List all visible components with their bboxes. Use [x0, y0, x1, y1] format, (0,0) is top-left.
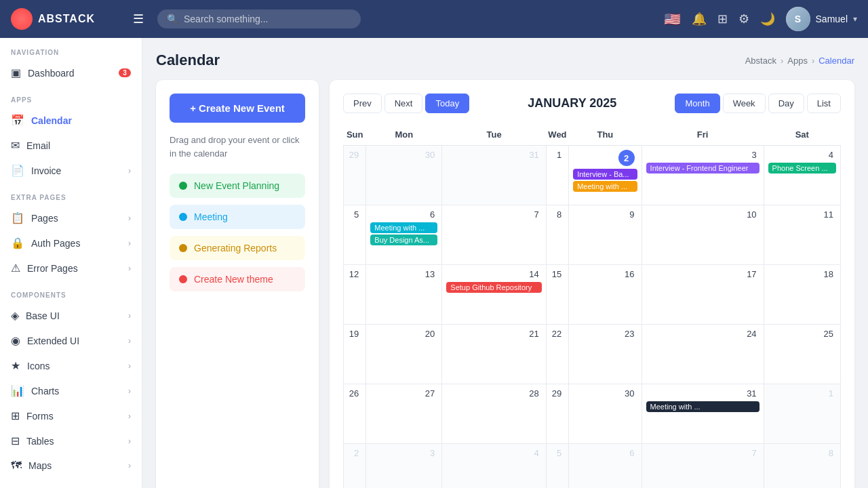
sidebar-item-extui[interactable]: ◉ Extended UI ›	[0, 328, 142, 353]
notification-icon[interactable]: 🔔	[692, 12, 707, 26]
calendar-cell[interactable]: 27	[366, 384, 442, 444]
calendar-cell[interactable]: 10	[642, 205, 764, 265]
calendar-cell[interactable]: 8	[546, 205, 568, 265]
create-event-button[interactable]: + Create New Event	[170, 94, 305, 123]
dark-mode-icon[interactable]: 🌙	[760, 12, 775, 26]
event-item-reports[interactable]: Generating Reports	[170, 236, 305, 260]
calendar-event[interactable]: Meeting with ...	[573, 181, 637, 192]
breadcrumb-item-abstack[interactable]: Abstack	[745, 56, 776, 66]
day-number: 1	[551, 148, 564, 163]
calendar-cell[interactable]: 6	[569, 444, 642, 489]
calendar-cell[interactable]: 1	[764, 384, 840, 444]
view-list-button[interactable]: List	[807, 94, 841, 113]
sidebar-item-calendar[interactable]: 📅 Calendar	[0, 108, 142, 133]
grid-icon[interactable]: ⊞	[717, 12, 728, 26]
calendar-cell[interactable]: 8	[764, 444, 840, 489]
calendar-cell[interactable]: 30	[569, 384, 642, 444]
calendar-cell[interactable]: 2Interview - Ba...Meeting with ...	[569, 146, 642, 205]
calendar-cell[interactable]: 12	[344, 265, 366, 325]
event-dot	[179, 244, 187, 252]
day-number: 17	[646, 268, 760, 282]
calendar-cell[interactable]: 9	[569, 205, 642, 265]
today-button[interactable]: Today	[425, 94, 469, 113]
search-input[interactable]	[184, 14, 351, 24]
calendar-cell[interactable]: 19	[344, 325, 366, 384]
search-bar[interactable]: 🔍	[157, 9, 361, 28]
sidebar-item-label: Invoice	[31, 165, 121, 176]
logo[interactable]: ABSTACK	[11, 8, 119, 30]
calendar-cell[interactable]: 30	[366, 146, 442, 205]
sidebar-item-dashboard[interactable]: ▣ Dashboard 3	[0, 60, 142, 85]
sidebar-item-icons[interactable]: ★ Icons ›	[0, 353, 142, 378]
calendar-cell[interactable]: 13	[366, 265, 442, 325]
day-number: 31	[646, 387, 760, 401]
calendar-cell[interactable]: 20	[366, 325, 442, 384]
calendar-cell[interactable]: 15	[546, 265, 568, 325]
calendar-cell[interactable]: 16	[569, 265, 642, 325]
event-dot	[179, 213, 187, 221]
calendar-cell[interactable]: 5	[344, 205, 366, 265]
calendar-cell[interactable]: 5	[546, 444, 568, 489]
sidebar-item-charts[interactable]: 📊 Charts ›	[0, 378, 142, 403]
calendar-cell[interactable]: 7	[642, 444, 764, 489]
calendar-cell[interactable]: 28	[442, 384, 546, 444]
sidebar-item-tables[interactable]: ⊟ Tables ›	[0, 428, 142, 453]
calendar-cell[interactable]: 2	[344, 444, 366, 489]
view-month-button[interactable]: Month	[675, 94, 719, 113]
sidebar-item-forms[interactable]: ⊞ Forms ›	[0, 403, 142, 428]
sidebar-item-invoice[interactable]: 📄 Invoice ›	[0, 158, 142, 183]
event-item-theme[interactable]: Create New theme	[170, 267, 305, 291]
calendar-event[interactable]: Interview - Frontend Engineer	[646, 163, 760, 174]
settings-icon[interactable]: ⚙	[738, 12, 749, 26]
calendar-cell[interactable]: 3	[366, 444, 442, 489]
day-number: 13	[370, 268, 437, 282]
calendar-cell[interactable]: 22	[546, 325, 568, 384]
calendar-cell[interactable]: 6Meeting with ...Buy Design As...	[366, 205, 442, 265]
calendar-cell[interactable]: 18	[764, 265, 840, 325]
day-number: 7	[646, 447, 760, 461]
calendar-cell[interactable]: 25	[764, 325, 840, 384]
sidebar-item-auth[interactable]: 🔒 Auth Pages ›	[0, 230, 142, 256]
calendar-cell[interactable]: 11	[764, 205, 840, 265]
user-profile[interactable]: S Samuel ▾	[786, 7, 857, 31]
view-week-button[interactable]: Week	[723, 94, 766, 113]
calendar-event[interactable]: Setup Github Repository	[446, 282, 541, 293]
calendar-cell[interactable]: 7	[442, 205, 546, 265]
calendar-event[interactable]: Meeting with ...	[370, 222, 437, 233]
breadcrumb-item-apps[interactable]: Apps	[787, 56, 808, 66]
calendar-cell[interactable]: 4	[442, 444, 546, 489]
flag-icon[interactable]: 🇺🇸	[664, 11, 681, 27]
chevron-right-icon: ›	[128, 386, 131, 396]
day-number: 29	[551, 387, 564, 401]
sidebar-item-email[interactable]: ✉ Email	[0, 133, 142, 158]
calendar-cell[interactable]: 1	[546, 146, 568, 205]
calendar-event[interactable]: Interview - Ba...	[573, 169, 637, 180]
calendar-event[interactable]: Meeting with ...	[646, 401, 760, 412]
calendar-cell[interactable]: 31Meeting with ...	[642, 384, 764, 444]
calendar-cell[interactable]: 23	[569, 325, 642, 384]
event-item-planning[interactable]: New Event Planning	[170, 174, 305, 198]
calendar-cell[interactable]: 3Interview - Frontend Engineer	[642, 146, 764, 205]
sidebar-item-maps[interactable]: 🗺 Maps ›	[0, 453, 142, 478]
sidebar-item-error[interactable]: ⚠ Error Pages ›	[0, 256, 142, 281]
calendar-cell[interactable]: 31	[442, 146, 546, 205]
sidebar-item-pages[interactable]: 📋 Pages ›	[0, 205, 142, 230]
view-day-button[interactable]: Day	[768, 94, 804, 113]
calendar-event[interactable]: Buy Design As...	[370, 235, 437, 245]
prev-button[interactable]: Prev	[343, 94, 382, 113]
calendar-cell[interactable]: 24	[642, 325, 764, 384]
event-item-meeting[interactable]: Meeting	[170, 205, 305, 229]
calendar-cell[interactable]: 29	[546, 384, 568, 444]
calendar-cell[interactable]: 14Setup Github Repository	[442, 265, 546, 325]
next-button[interactable]: Next	[384, 94, 423, 113]
calendar-event[interactable]: Phone Screen ...	[768, 163, 836, 174]
calendar-cell[interactable]: 21	[442, 325, 546, 384]
sidebar-item-label: Error Pages	[27, 263, 121, 274]
calendar-cell[interactable]: 4Phone Screen ...	[764, 146, 840, 205]
hamburger-menu-icon[interactable]: ☰	[130, 9, 146, 29]
invoice-icon: 📄	[11, 164, 24, 177]
calendar-cell[interactable]: 17	[642, 265, 764, 325]
calendar-cell[interactable]: 29	[344, 146, 366, 205]
sidebar-item-baseui[interactable]: ◈ Base UI ›	[0, 303, 142, 328]
calendar-cell[interactable]: 26	[344, 384, 366, 444]
